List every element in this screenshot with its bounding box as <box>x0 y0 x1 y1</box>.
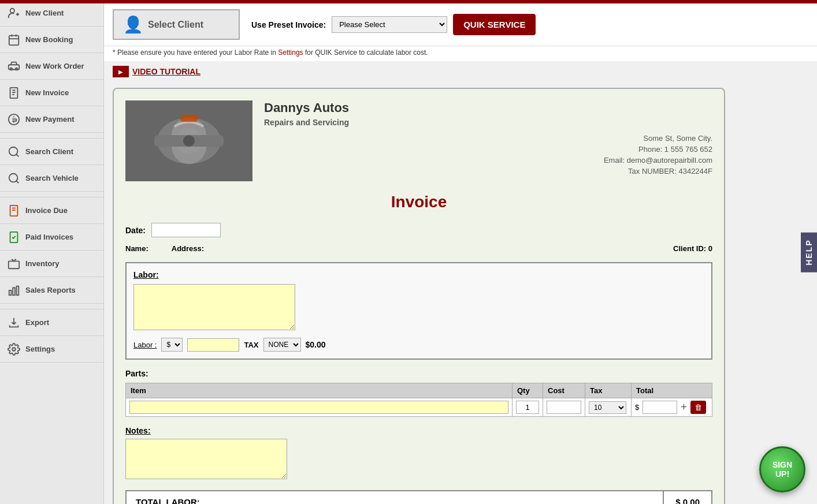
export-icon <box>7 316 21 330</box>
svg-rect-34 <box>180 115 198 122</box>
labor-header: Labor: <box>133 270 704 279</box>
svg-line-18 <box>16 181 18 183</box>
sidebar-item-settings[interactable]: Settings <box>0 336 103 363</box>
info-text: * Please ensure you have entered your La… <box>104 46 817 61</box>
header-bar: 👤 Select Client Use Preset Invoice: Plea… <box>104 3 817 46</box>
new-client-label: New Client <box>25 9 64 17</box>
notes-textarea[interactable] <box>125 439 287 479</box>
sidebar-item-new-payment[interactable]: New Payment <box>0 106 103 133</box>
labor-tax-select[interactable]: NONE5%10%15%20% <box>263 338 301 352</box>
part-total-input[interactable] <box>643 401 677 414</box>
sidebar-item-sales-reports[interactable]: Sales Reports <box>0 277 103 304</box>
sidebar-item-search-vehicle[interactable]: Search Vehicle <box>0 165 103 192</box>
company-name: Dannys Autos <box>264 100 712 115</box>
part-tax-cell: 10NONE51520 <box>585 398 632 417</box>
company-tax: Tax NUMBER: 4342244F <box>264 167 712 176</box>
labor-currency-select[interactable]: $€£ <box>161 338 183 352</box>
svg-point-33 <box>183 135 195 147</box>
sidebar-item-inventory[interactable]: Inventory <box>0 251 103 277</box>
settings-icon <box>7 342 21 356</box>
invoice-wrapper: Dannys Autos Repairs and Servicing Some … <box>104 82 817 504</box>
invoice-box: Dannys Autos Repairs and Servicing Some … <box>113 88 725 504</box>
parts-table: Item Qty Cost Tax Total <box>125 383 712 417</box>
sidebar: New Client New Booking New Work Order <box>0 0 104 504</box>
company-phone: Phone: 1 555 765 652 <box>264 145 712 154</box>
sidebar-item-search-client[interactable]: Search Client <box>0 139 103 165</box>
client-id-area: Client ID: 0 <box>673 244 712 253</box>
sidebar-item-new-work-order[interactable]: New Work Order <box>0 53 103 80</box>
date-input[interactable] <box>151 223 221 237</box>
sidebar-item-paid-invoices[interactable]: Paid Invoices <box>0 224 103 251</box>
top-bar <box>0 0 817 3</box>
col-cost: Cost <box>543 383 585 398</box>
delete-part-button[interactable]: 🗑 <box>690 401 706 414</box>
paid-invoices-label: Paid Invoices <box>25 233 73 241</box>
company-info: Dannys Autos Repairs and Servicing Some … <box>264 100 712 181</box>
search-client-label: Search Client <box>25 147 73 156</box>
part-cost-cell <box>543 398 585 417</box>
parts-section: Parts: Item Qty Cost Tax Total <box>125 369 712 417</box>
part-tax-select[interactable]: 10NONE51520 <box>589 401 626 414</box>
inventory-icon <box>7 257 21 271</box>
svg-point-9 <box>16 68 18 70</box>
address-label: Address: <box>172 244 204 253</box>
inventory-label: Inventory <box>25 259 60 268</box>
total-labor-value: $ 0.00 <box>663 491 711 504</box>
notes-section: Notes: <box>125 426 712 481</box>
video-tutorial-link[interactable]: VIDEO TUTORIAL <box>132 67 200 76</box>
notes-label: Notes: <box>125 426 712 435</box>
sidebar-divider-3 <box>0 304 103 309</box>
svg-point-27 <box>12 348 16 351</box>
svg-line-16 <box>16 154 18 156</box>
settings-link[interactable]: Settings <box>278 48 303 57</box>
sidebar-item-new-invoice[interactable]: New Invoice <box>0 80 103 106</box>
document-icon <box>7 86 21 100</box>
svg-point-8 <box>10 68 13 70</box>
svg-rect-23 <box>9 261 19 268</box>
sidebar-item-new-client[interactable]: New Client <box>0 0 103 27</box>
person-plus-icon <box>7 6 21 20</box>
part-qty-input[interactable] <box>516 401 539 414</box>
labor-row-label[interactable]: Labor : <box>133 341 157 349</box>
date-row: Date: <box>125 223 712 237</box>
preset-invoice-select[interactable]: Please Select Oil Change Tire Rotation F… <box>332 16 447 33</box>
company-sub: Repairs and Servicing <box>264 118 712 127</box>
company-logo <box>125 100 252 181</box>
signup-button[interactable]: SIGN UP! <box>759 446 805 492</box>
sidebar-divider-2 <box>0 192 103 197</box>
sales-reports-label: Sales Reports <box>25 286 76 294</box>
new-invoice-label: New Invoice <box>25 88 69 97</box>
new-work-order-label: New Work Order <box>25 62 84 70</box>
col-total: Total <box>632 383 712 398</box>
name-address-row: Name: Address: Client ID: 0 <box>125 244 712 253</box>
info-text-suffix: for QUIK Service to calculate labor cost… <box>305 48 428 57</box>
sidebar-item-new-booking[interactable]: New Booking <box>0 27 103 53</box>
settings-label: Settings <box>25 345 55 353</box>
select-client-label: Select Client <box>148 20 203 30</box>
quik-service-button[interactable]: QUIK SERVICE <box>453 14 536 35</box>
sidebar-item-invoice-due[interactable]: Invoice Due <box>0 197 103 224</box>
select-client-button[interactable]: 👤 Select Client <box>113 9 240 40</box>
part-item-input[interactable] <box>129 401 508 414</box>
sidebar-divider-1 <box>0 133 103 139</box>
search-client-icon <box>7 145 21 159</box>
labor-amount-input[interactable] <box>187 338 239 352</box>
labor-textarea[interactable] <box>133 284 295 330</box>
person-icon: 👤 <box>123 15 143 34</box>
part-total-dollar: $ <box>635 403 639 412</box>
part-item-cell <box>126 398 513 417</box>
company-email: Email: demo@autorepairbill.com <box>264 156 712 165</box>
svg-rect-26 <box>17 286 19 295</box>
col-tax: Tax <box>585 383 632 398</box>
col-qty: Qty <box>513 383 543 398</box>
sidebar-item-export[interactable]: Export <box>0 309 103 336</box>
col-item: Item <box>126 383 513 398</box>
paid-invoices-icon <box>7 230 21 244</box>
help-button[interactable]: HELP <box>801 232 817 272</box>
part-total-cell: $ + 🗑 <box>632 398 712 417</box>
part-cost-input[interactable] <box>547 401 581 414</box>
add-part-button[interactable]: + <box>681 401 687 413</box>
car-icon <box>7 59 21 73</box>
info-text-prefix: * Please ensure you have entered your La… <box>113 48 276 57</box>
preset-label: Use Preset Invoice: <box>251 20 326 29</box>
